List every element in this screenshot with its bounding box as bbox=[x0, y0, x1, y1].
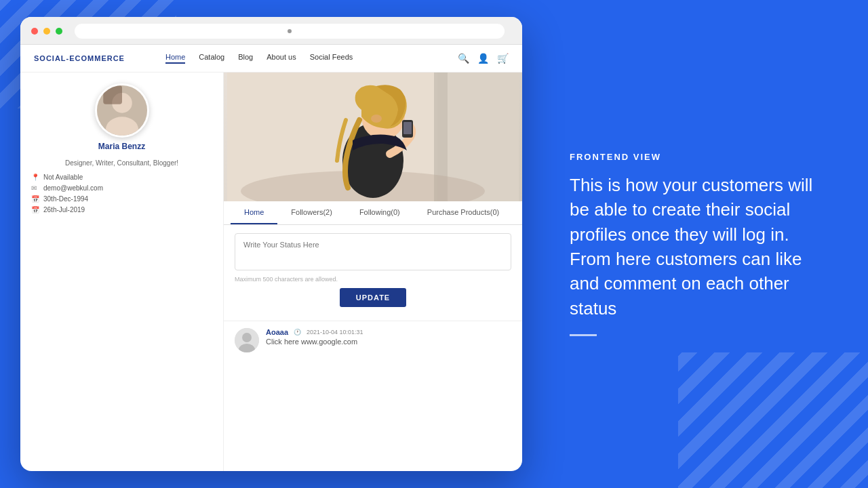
svg-rect-11 bbox=[403, 122, 412, 134]
tab-following-count: (0) bbox=[391, 208, 399, 216]
browser-chrome bbox=[20, 17, 522, 45]
profile-email: ✉ demo@webkul.com bbox=[31, 184, 212, 192]
joined-icon: 📅 bbox=[31, 206, 39, 214]
browser-mockup: SOCIAL-ECOMMERCE Home Catalog Blog About… bbox=[20, 17, 522, 471]
frontend-view-label: FRONTEND VIEW bbox=[570, 152, 834, 162]
tab-followers-label: Followers bbox=[291, 208, 323, 216]
url-dot bbox=[288, 29, 292, 33]
right-panel: FRONTEND VIEW This is how your customers… bbox=[542, 0, 868, 488]
post-body: Аоааа 🕐 2021-10-04 10:01:31 Click here w… bbox=[266, 328, 511, 346]
svg-rect-3 bbox=[103, 85, 122, 104]
store-nav-links: Home Catalog Blog About us Social Feeds bbox=[165, 53, 458, 64]
profile-joined: 📅 26th-Jul-2019 bbox=[31, 206, 212, 214]
status-input[interactable] bbox=[235, 233, 511, 270]
svg-point-12 bbox=[371, 115, 382, 123]
store-logo: SOCIAL-ECOMMERCE bbox=[34, 54, 125, 62]
svg-point-14 bbox=[242, 333, 252, 342]
profile-joined-text: 26th-Jul-2019 bbox=[43, 206, 85, 214]
post-avatar bbox=[235, 328, 259, 352]
store-nav: SOCIAL-ECOMMERCE Home Catalog Blog About… bbox=[20, 45, 522, 73]
store-content: SOCIAL-ECOMMERCE Home Catalog Blog About… bbox=[20, 45, 522, 471]
frontend-divider bbox=[570, 334, 597, 336]
post-header: Аоааа 🕐 2021-10-04 10:01:31 bbox=[266, 328, 511, 336]
tab-home[interactable]: Home bbox=[231, 201, 277, 224]
tab-purchase-count: (0) bbox=[490, 208, 499, 216]
post-time: 2021-10-04 10:01:31 bbox=[307, 329, 363, 336]
status-area: Maximum 500 characters are allowed. UPDA… bbox=[224, 225, 522, 321]
browser-url-bar bbox=[75, 24, 505, 39]
post-username: Аоааа bbox=[266, 328, 288, 336]
profile-dob-text: 30th-Dec-1994 bbox=[43, 195, 88, 203]
profile-name: Maria Benzz bbox=[98, 142, 145, 151]
profile-bio: Designer, Writer, Consultant, Blogger! bbox=[31, 159, 212, 167]
cover-photo bbox=[224, 73, 522, 201]
store-body: Maria Benzz Designer, Writer, Consultant… bbox=[20, 73, 522, 471]
browser-dot-red bbox=[31, 28, 38, 35]
tab-purchase-products[interactable]: Purchase Products(0) bbox=[414, 201, 513, 224]
search-icon[interactable]: 🔍 bbox=[458, 53, 469, 64]
tab-purchase-label: Purchase Products bbox=[427, 208, 490, 216]
profile-sidebar: Maria Benzz Designer, Writer, Consultant… bbox=[20, 73, 224, 471]
profile-location-text: Not Available bbox=[43, 174, 83, 181]
post-text: Click here www.google.com bbox=[266, 338, 511, 346]
nav-link-about[interactable]: About us bbox=[267, 53, 296, 64]
update-button[interactable]: UPDATE bbox=[340, 288, 406, 307]
cart-icon[interactable]: 🛒 bbox=[497, 53, 509, 64]
profile-dob: 📅 30th-Dec-1994 bbox=[31, 195, 212, 203]
location-icon: 📍 bbox=[31, 174, 39, 181]
post-item: Аоааа 🕐 2021-10-04 10:01:31 Click here w… bbox=[224, 321, 522, 359]
nav-link-home[interactable]: Home bbox=[165, 53, 185, 64]
tab-followers-count: (2) bbox=[323, 208, 332, 216]
left-panel: SOCIAL-ECOMMERCE Home Catalog Blog About… bbox=[0, 0, 542, 488]
browser-dot-yellow bbox=[43, 28, 50, 35]
store-nav-icons: 🔍 👤 🛒 bbox=[458, 53, 509, 64]
profile-tabs: Home Followers(2) Following(0) Purchase … bbox=[224, 201, 522, 225]
email-icon: ✉ bbox=[31, 184, 39, 192]
browser-dot-green bbox=[56, 28, 62, 35]
tab-following[interactable]: Following(0) bbox=[346, 201, 414, 224]
nav-link-social-feeds[interactable]: Social Feeds bbox=[310, 53, 353, 64]
frontend-description: This is how your customers will be able … bbox=[570, 173, 834, 321]
nav-link-catalog[interactable]: Catalog bbox=[199, 53, 224, 64]
tab-following-label: Following bbox=[359, 208, 391, 216]
profile-location: 📍 Not Available bbox=[31, 174, 212, 181]
cover-image bbox=[224, 73, 522, 201]
profile-avatar bbox=[95, 83, 149, 138]
main-content: Home Followers(2) Following(0) Purchase … bbox=[224, 73, 522, 471]
user-icon[interactable]: 👤 bbox=[477, 53, 489, 64]
clock-icon: 🕐 bbox=[294, 329, 301, 336]
profile-email-text: demo@webkul.com bbox=[43, 184, 103, 192]
status-hint: Maximum 500 characters are allowed. bbox=[235, 276, 511, 283]
nav-link-blog[interactable]: Blog bbox=[238, 53, 253, 64]
tab-followers[interactable]: Followers(2) bbox=[277, 201, 346, 224]
profile-avatar-wrap: Maria Benzz bbox=[31, 83, 212, 151]
calendar-icon: 📅 bbox=[31, 195, 39, 203]
